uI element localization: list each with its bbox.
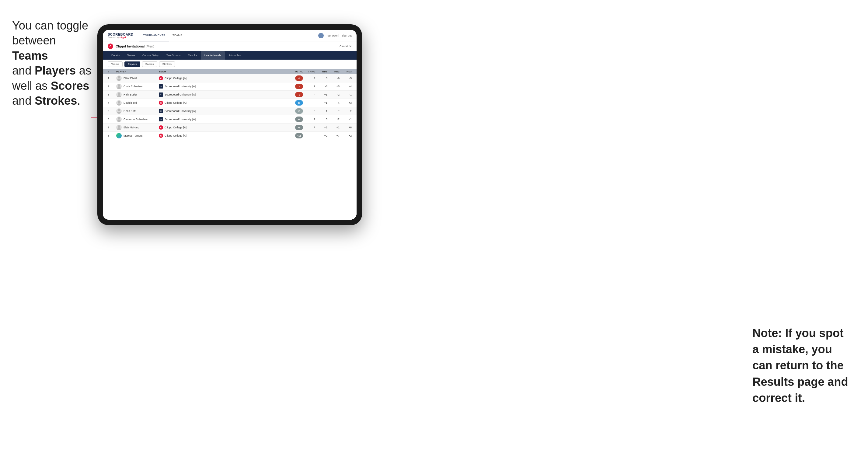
player-name: Blair McHarg (124, 126, 140, 129)
rd2: +5 (328, 85, 340, 88)
col-rd1: RD1 (315, 70, 328, 73)
toggle-strokes[interactable]: Strokes (159, 61, 175, 67)
rd2: -6 (328, 77, 340, 80)
total: -2 (285, 92, 303, 97)
team-name: Clippd College [A] (164, 77, 186, 80)
table-row: 1 Elliot Ebert C Clippd College [A] -8 F… (103, 74, 356, 83)
cancel-button[interactable]: Cancel ✕ (340, 45, 352, 48)
nav-tournaments[interactable]: TOURNAMENTS (140, 30, 169, 41)
tab-results[interactable]: Results (184, 51, 201, 60)
tab-teams[interactable]: Teams (124, 51, 139, 60)
rank: 3 (108, 93, 116, 96)
rank: 5 (108, 110, 116, 113)
rd2: -4 (328, 101, 340, 104)
nav-links: TOURNAMENTS TEAMS (140, 30, 318, 41)
player-avatar (116, 108, 122, 114)
player-cell: Elliot Ebert (116, 75, 159, 81)
rank: 2 (108, 85, 116, 88)
team-name: Scoreboard University [A] (164, 93, 196, 96)
player-avatar (116, 125, 122, 130)
player-cell: Cameron Robertson (116, 117, 159, 122)
rd3: -1 (340, 93, 352, 96)
tab-leaderboards[interactable]: Leaderboards (201, 51, 225, 60)
svg-point-14 (118, 125, 120, 128)
player-name: David Ford (124, 101, 137, 104)
team-logo: C (159, 76, 163, 80)
svg-point-13 (117, 120, 121, 122)
player-cell: Blair McHarg (116, 125, 159, 130)
rd2: E (328, 110, 340, 113)
rd3: +3 (340, 101, 352, 104)
team-name: Scoreboard University [A] (164, 85, 196, 88)
team-cell: C Clippd College [A] (159, 133, 285, 138)
rd1: +5 (315, 118, 328, 121)
svg-point-7 (117, 95, 121, 97)
table-row: 7 Blair McHarg C Clippd College [A] +8 F… (103, 124, 356, 132)
team-name: Scoreboard University [A] (164, 118, 196, 121)
tab-printables[interactable]: Printables (225, 51, 244, 60)
thru: F (303, 93, 315, 96)
rd3: -5 (340, 77, 352, 80)
team-cell: C Clippd College [A] (159, 76, 285, 80)
rd1: +3 (315, 77, 328, 80)
team-logo: C (159, 101, 163, 105)
svg-point-15 (117, 128, 121, 130)
sign-out-link[interactable]: Sign out (342, 34, 352, 37)
team-cell: S Scoreboard University [A] (159, 84, 285, 89)
table-row: 8 Marcus Turners C Clippd College [A] +1… (103, 132, 356, 140)
rank: 4 (108, 101, 116, 104)
toggle-teams[interactable]: Teams (108, 61, 123, 67)
team-logo: S (159, 84, 163, 89)
thru: F (303, 77, 315, 80)
tab-course-setup[interactable]: Course Setup (139, 51, 163, 60)
svg-point-4 (118, 84, 120, 87)
player-name: Cameron Robertson (124, 118, 148, 121)
player-avatar (116, 84, 122, 89)
thru: F (303, 134, 315, 137)
rd1: +1 (315, 93, 328, 96)
player-cell: Rich Butler (116, 92, 159, 97)
total: +11 (285, 133, 303, 138)
tournament-title: Clippd Invitational (Men) (116, 44, 340, 48)
tab-tee-groups[interactable]: Tee Groups (163, 51, 184, 60)
score-badge: +6 (295, 117, 303, 122)
player-avatar (116, 133, 122, 138)
toggle-scores[interactable]: Scores (142, 61, 157, 67)
thru: F (303, 101, 315, 104)
table-header: # PLAYER TEAM TOTAL THRU RD1 RD2 RD3 (103, 69, 356, 74)
player-avatar (116, 117, 122, 122)
total: +1 (285, 108, 303, 114)
svg-point-3 (117, 79, 121, 81)
nav-teams[interactable]: TEAMS (169, 30, 186, 41)
thru: F (303, 126, 315, 129)
score-badge: -8 (295, 75, 303, 81)
toggle-players[interactable]: Players (124, 61, 140, 67)
brand-logo: SCOREBOARD Powered by clippd (108, 33, 133, 38)
svg-point-11 (117, 112, 121, 114)
score-badge: E (295, 100, 303, 105)
score-badge: +8 (295, 125, 303, 130)
player-name: Chris Robertson (124, 85, 143, 88)
svg-point-6 (118, 92, 120, 95)
player-avatar (116, 100, 122, 105)
nav-right: T Test User | Sign out (318, 33, 352, 38)
team-cell: S Scoreboard University [A] (159, 92, 285, 97)
col-rd3: RD3 (340, 70, 352, 73)
team-name: Scoreboard University [A] (164, 110, 196, 113)
rd3: +6 (340, 126, 352, 129)
svg-point-9 (117, 103, 121, 105)
tournament-header: C Clippd Invitational (Men) Cancel ✕ (103, 41, 356, 51)
team-logo: C (159, 125, 163, 130)
brand-name: SCOREBOARD (108, 33, 133, 36)
rd2: +7 (328, 134, 340, 137)
col-team: TEAM (159, 70, 285, 73)
rank: 1 (108, 77, 116, 80)
tab-details[interactable]: Details (108, 51, 124, 60)
team-cell: S Scoreboard University [A] (159, 109, 285, 113)
player-name: Rees Britt (124, 110, 136, 113)
table-row: 3 Rich Butler S Scoreboard University [A… (103, 91, 356, 99)
table-row: 4 David Ford C Clippd College [A] E F +1… (103, 99, 356, 107)
rd1: +1 (315, 110, 328, 113)
total: E (285, 100, 303, 105)
rd1: +2 (315, 134, 328, 137)
